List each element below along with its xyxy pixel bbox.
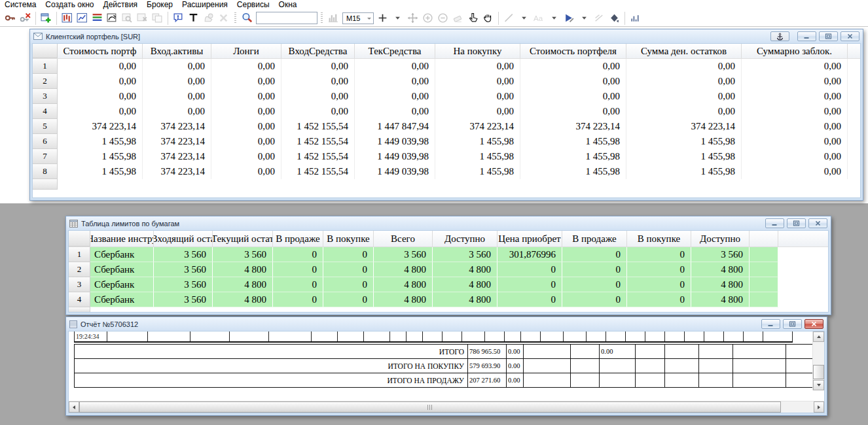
cell[interactable]: 0 <box>627 247 691 262</box>
cell[interactable]: 0 <box>627 292 691 307</box>
close-window-icon[interactable] <box>136 11 149 25</box>
column-header[interactable]: Доступно <box>433 231 497 246</box>
column-header[interactable]: Текущий остат <box>213 231 273 246</box>
menu-item-3[interactable]: Брокер <box>142 0 177 10</box>
column-header[interactable]: Входящий оста <box>154 231 213 246</box>
cell[interactable]: 0,00 <box>58 59 143 74</box>
row-number[interactable]: 3 <box>33 89 58 104</box>
toolbar-grip[interactable] <box>234 12 236 24</box>
cell[interactable]: 0 <box>627 262 691 277</box>
cell[interactable]: 301,876996 <box>497 247 562 262</box>
row-number[interactable]: 4 <box>69 292 90 307</box>
cell[interactable]: 4 800 <box>213 262 273 277</box>
menu-item-2[interactable]: Действия <box>99 0 143 10</box>
column-header[interactable]: Стоимость портфеля <box>520 44 626 58</box>
cell[interactable]: 1 455,98 <box>58 164 143 179</box>
cell[interactable]: 0 <box>273 247 323 262</box>
column-header[interactable]: Всего <box>374 231 433 246</box>
cell[interactable]: 4 800 <box>374 262 433 277</box>
cell[interactable]: 3 560 <box>154 262 213 277</box>
find-window-icon[interactable] <box>120 11 134 25</box>
column-header[interactable]: Доступно <box>691 231 750 246</box>
cell[interactable]: 0,00 <box>742 89 848 104</box>
cell[interactable]: 1 455,98 <box>626 149 742 164</box>
cell[interactable]: 4 800 <box>213 292 273 307</box>
report-horizontal-scrollbar[interactable] <box>69 401 824 413</box>
restore-button[interactable] <box>819 31 838 41</box>
cell[interactable]: 4 800 <box>433 262 497 277</box>
limits-titlebar[interactable]: Таблица лимитов по бумагам <box>66 216 831 230</box>
cell[interactable]: 1 455,98 <box>520 149 626 164</box>
scroll-up-button[interactable] <box>813 332 824 342</box>
anchor-button[interactable] <box>770 31 789 41</box>
move-icon[interactable] <box>406 11 420 25</box>
cell[interactable]: 0,00 <box>435 59 520 74</box>
cell[interactable]: 0 <box>323 247 374 262</box>
font-tool-icon[interactable]: Aa <box>532 11 546 25</box>
row-number[interactable]: 3 <box>69 277 90 292</box>
cell[interactable]: 0,00 <box>435 74 520 89</box>
column-header[interactable]: Лонги <box>211 44 281 58</box>
column-header[interactable]: Вход.активы <box>143 44 211 58</box>
cell[interactable]: 4 800 <box>374 277 433 292</box>
minimize-button[interactable] <box>761 319 780 329</box>
pan-hand-icon[interactable] <box>481 11 495 25</box>
cell[interactable]: 0,00 <box>281 59 355 74</box>
cell[interactable]: 1 447 847,94 <box>355 119 435 134</box>
line-tool-icon[interactable] <box>502 11 516 25</box>
column-header[interactable]: Сумма ден. остатков <box>626 44 742 58</box>
row-number[interactable]: 4 <box>33 104 58 119</box>
cell[interactable]: 1 455,98 <box>626 164 742 179</box>
column-header[interactable]: На покупку <box>435 44 520 58</box>
draw-window-icon[interactable] <box>105 11 119 25</box>
cell[interactable]: 0,00 <box>742 119 848 134</box>
cell[interactable]: 3 560 <box>154 277 213 292</box>
cell[interactable]: 1 452 155,54 <box>281 164 355 179</box>
cell[interactable]: 0,00 <box>355 104 435 119</box>
cell[interactable]: 0,00 <box>143 74 211 89</box>
cell[interactable]: 0,00 <box>211 74 281 89</box>
cell[interactable]: 0,00 <box>211 59 281 74</box>
report-titlebar[interactable]: Отчёт №5706312 <box>66 317 827 331</box>
close-button[interactable] <box>841 31 859 41</box>
indicator-tool-icon[interactable] <box>562 11 576 25</box>
column-header[interactable]: ВходСредства <box>281 44 355 58</box>
cell[interactable]: 374 223,14 <box>143 164 211 179</box>
bar-chart-icon[interactable] <box>327 11 340 25</box>
hand-coin-icon[interactable] <box>202 11 215 25</box>
cell[interactable]: 0,00 <box>211 89 281 104</box>
cell[interactable]: 1 455,98 <box>435 134 520 149</box>
quotes-table-icon[interactable] <box>90 11 104 25</box>
chart-icon[interactable] <box>75 11 89 25</box>
caret-down-icon[interactable] <box>517 11 531 25</box>
cell[interactable]: Сбербанк <box>90 262 154 277</box>
vertical-scroll-thumb[interactable] <box>813 365 824 379</box>
scroll-down-button[interactable] <box>813 380 824 390</box>
cell[interactable]: 4 800 <box>374 292 433 307</box>
cell[interactable]: 374 223,14 <box>143 119 211 134</box>
cell[interactable]: 4 800 <box>691 262 750 277</box>
search-icon[interactable] <box>240 11 254 25</box>
cell[interactable]: 1 449 039,98 <box>355 164 435 179</box>
cell[interactable]: 0,00 <box>435 104 520 119</box>
cell[interactable]: 0,00 <box>58 104 143 119</box>
cell[interactable]: 0,00 <box>211 164 281 179</box>
cell[interactable]: 0 <box>497 277 562 292</box>
caret-down-icon[interactable] <box>577 11 591 25</box>
cell[interactable]: 4 800 <box>433 292 497 307</box>
cell[interactable]: 1 452 155,54 <box>281 134 355 149</box>
column-header[interactable]: Стоимость портф <box>58 44 143 58</box>
caret-down-icon[interactable] <box>391 11 405 25</box>
timeframe-select[interactable]: M15 <box>342 12 374 24</box>
cell[interactable]: 3 560 <box>691 247 750 262</box>
cell[interactable]: 4 800 <box>691 277 750 292</box>
cell[interactable]: 0 <box>323 292 374 307</box>
cell[interactable]: 0 <box>273 277 323 292</box>
cell[interactable]: 0,00 <box>281 104 355 119</box>
diamond-tool-icon[interactable] <box>607 11 621 25</box>
scroll-right-button[interactable] <box>814 401 824 413</box>
copy-window-icon[interactable] <box>151 11 164 25</box>
cell[interactable]: 0,00 <box>281 74 355 89</box>
cell[interactable]: 1 455,98 <box>520 134 626 149</box>
histogram-icon[interactable] <box>628 11 642 25</box>
